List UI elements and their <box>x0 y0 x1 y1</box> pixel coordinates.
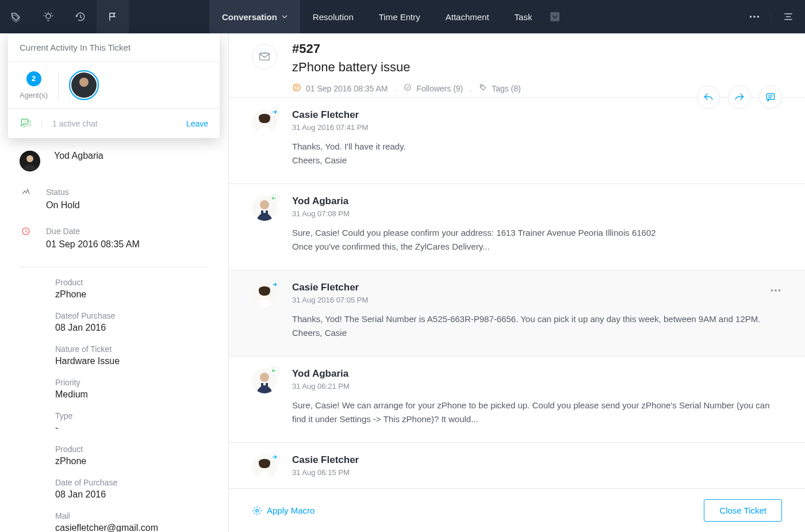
message-author: Casie Fletcher <box>292 282 782 293</box>
svg-point-13 <box>481 86 482 87</box>
svg-point-12 <box>405 85 411 91</box>
divider <box>20 267 209 267</box>
message-avatar[interactable] <box>252 109 277 135</box>
active-chat-text: 1 active chat <box>52 119 98 128</box>
message-author: Yod Agbaria <box>292 368 782 380</box>
message-time: 31 Aug 2016 07:05 PM <box>292 296 782 304</box>
topbar-right <box>738 0 805 33</box>
tabs: Conversation Resolution Time Entry Attac… <box>209 0 565 33</box>
message-avatar[interactable] <box>252 282 277 307</box>
agent-count-badge: 2 <box>26 71 41 86</box>
duedate-value: 01 Sep 2016 08:35 AM <box>46 239 140 250</box>
chevron-down-icon <box>282 14 288 20</box>
tag-icon <box>479 83 487 93</box>
message[interactable]: Casie Fletcher 31 Aug 06:15 PM <box>229 443 805 488</box>
apply-macro-label: Apply Macro <box>267 506 315 515</box>
check-icon <box>404 83 412 93</box>
property-value: casiefletcher@gmail.com <box>55 523 209 532</box>
svg-point-3 <box>753 16 756 18</box>
ticket-id: #527 <box>292 41 521 56</box>
tab-attachment[interactable]: Attachment <box>433 0 502 33</box>
property-row: ProductzPhone <box>55 445 209 466</box>
direction-badge-icon <box>270 453 279 462</box>
message-text: Thanks, Yod! The Serial Number is A525-6… <box>292 312 782 340</box>
direction-badge-icon <box>270 194 279 203</box>
message[interactable]: Casie Fletcher 31 Aug 2016 07:41 PM Than… <box>229 98 805 184</box>
message[interactable]: Casie Fletcher 31 Aug 2016 07:05 PM Than… <box>229 270 805 357</box>
owner-avatar[interactable] <box>20 151 40 171</box>
tab-label: Resolution <box>313 12 354 22</box>
conversation-thread: Casie Fletcher 31 Aug 2016 07:41 PM Than… <box>229 98 805 488</box>
svg-rect-1 <box>550 12 559 21</box>
svg-point-25 <box>779 289 781 292</box>
tab-task[interactable]: Task <box>502 0 545 33</box>
message-avatar[interactable] <box>252 454 277 480</box>
message[interactable]: Yod Agbaria 31 Aug 07:08 PM Sure, Casie!… <box>229 184 805 270</box>
svg-point-8 <box>26 155 33 162</box>
message-avatar[interactable] <box>252 196 277 221</box>
status-icon <box>20 187 32 210</box>
message-text: Thanks, Yod. I'll have it ready.Cheers, … <box>292 140 782 167</box>
status-label: Status <box>46 187 80 197</box>
followers-link[interactable]: Followers (9) <box>416 84 463 93</box>
ticket-properties: ProductzPhoneDateof Purchase08 Jan 2016N… <box>0 278 228 532</box>
duedate-label: Due Date <box>46 227 140 236</box>
comment-button[interactable] <box>759 86 782 109</box>
more-options-icon[interactable] <box>738 10 770 23</box>
ticket-main: #527 zPhone battery issue 01 Sep 2016 08… <box>229 33 805 532</box>
active-agent-avatar[interactable] <box>69 70 99 100</box>
svg-point-2 <box>750 16 752 18</box>
agent-count-label: Agent(s) <box>20 91 48 99</box>
tags-icon[interactable] <box>0 0 32 33</box>
property-row: Type- <box>55 411 209 433</box>
ticket-actions <box>697 86 782 109</box>
direction-badge-icon <box>270 280 279 289</box>
tab-label: Attachment <box>446 12 489 22</box>
property-value: - <box>55 423 209 433</box>
svg-point-4 <box>757 16 760 18</box>
tab-time-entry[interactable]: Time Entry <box>366 0 433 33</box>
message[interactable]: Yod Agbaria 31 Aug 06:21 PM Sure, Casie!… <box>229 357 805 443</box>
tab-more-dropdown[interactable] <box>545 0 565 33</box>
property-row: PriorityMedium <box>55 378 209 400</box>
property-value: zPhone <box>55 456 209 466</box>
message-time: 31 Aug 07:08 PM <box>292 209 782 218</box>
divider <box>41 119 42 128</box>
activity-popover: Current Activity In This Ticket 2 Agent(… <box>8 33 220 138</box>
svg-point-23 <box>771 289 773 292</box>
apply-macro-link[interactable]: Apply Macro <box>252 506 315 516</box>
property-row: Nature of TicketHardware Issue <box>55 345 209 366</box>
svg-point-18 <box>260 200 269 209</box>
message-text: Sure, Casie! We can arrange for your zPh… <box>292 399 782 426</box>
property-label: Mail <box>55 511 209 520</box>
idea-icon[interactable] <box>32 0 64 33</box>
history-icon[interactable] <box>64 0 97 33</box>
footer-bar: Apply Macro Close Ticket <box>229 488 805 532</box>
property-label: Date of Purchase <box>55 478 209 487</box>
clock-icon <box>20 227 32 250</box>
forward-button[interactable] <box>728 86 751 109</box>
property-label: Nature of Ticket <box>55 345 209 354</box>
message-time: 31 Aug 06:21 PM <box>292 382 782 391</box>
direction-badge-icon <box>270 108 279 117</box>
leave-link[interactable]: Leave <box>186 119 208 128</box>
message-avatar[interactable] <box>252 368 277 393</box>
property-label: Product <box>55 278 209 287</box>
tags-link[interactable]: Tags (8) <box>492 84 521 93</box>
tab-conversation[interactable]: Conversation <box>209 0 300 33</box>
dropdown-box-icon <box>550 12 559 21</box>
property-value: zPhone <box>55 289 209 300</box>
tab-label: Conversation <box>222 12 277 22</box>
close-ticket-button[interactable]: Close Ticket <box>704 499 782 522</box>
clock-icon <box>292 83 301 94</box>
ticket-header: #527 zPhone battery issue 01 Sep 2016 08… <box>229 33 805 98</box>
property-label: Dateof Purchase <box>55 311 209 320</box>
flag-icon[interactable] <box>97 0 129 33</box>
message-more-icon[interactable] <box>769 284 782 298</box>
tab-resolution[interactable]: Resolution <box>300 0 366 33</box>
svg-point-6 <box>79 78 89 87</box>
reply-button[interactable] <box>697 86 720 109</box>
menu-icon[interactable] <box>770 11 805 22</box>
duedate-row: Due Date 01 Sep 2016 08:35 AM <box>0 224 228 263</box>
property-label: Product <box>55 445 209 454</box>
